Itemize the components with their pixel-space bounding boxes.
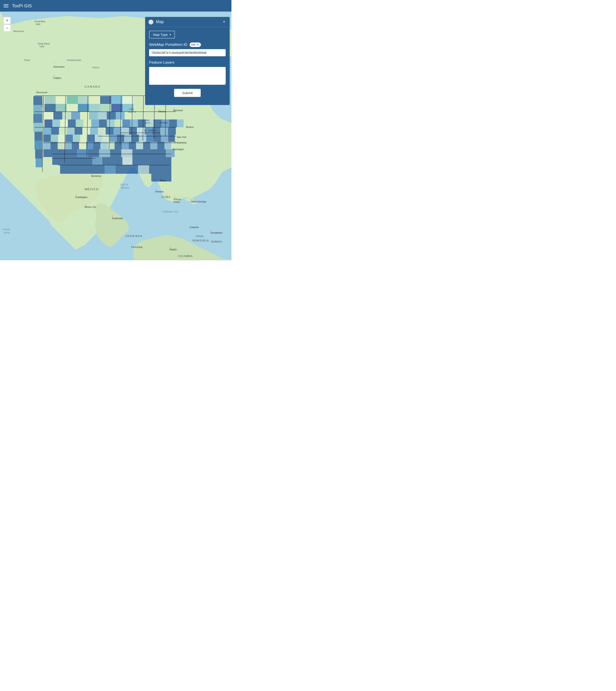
svg-text:Prince: Prince: [174, 201, 180, 203]
svg-rect-49: [123, 119, 130, 127]
svg-rect-35: [98, 112, 107, 119]
info-text: info: [191, 43, 196, 46]
svg-rect-75: [51, 135, 58, 142]
zoom-out-button[interactable]: −: [4, 24, 11, 31]
svg-rect-130: [132, 157, 142, 165]
svg-rect-14: [56, 96, 67, 104]
svg-rect-140: [127, 165, 138, 174]
hamburger-menu[interactable]: [4, 4, 8, 7]
svg-rect-67: [121, 127, 129, 135]
svg-rect-94: [58, 142, 65, 149]
svg-rect-118: [132, 149, 144, 157]
svg-rect-48: [115, 119, 123, 127]
svg-text:○: ○: [75, 194, 77, 196]
svg-rect-101: [108, 142, 115, 149]
svg-rect-104: [129, 142, 136, 149]
submit-button[interactable]: Submit: [174, 89, 201, 97]
svg-text:CUBA: CUBA: [161, 196, 171, 199]
svg-rect-127: [102, 157, 112, 165]
svg-rect-139: [116, 165, 127, 174]
svg-text:○: ○: [159, 119, 161, 121]
panel-title: Map: [156, 20, 219, 24]
svg-text:Great Bear: Great Bear: [35, 20, 46, 23]
svg-text:Pacific: Pacific: [3, 228, 10, 231]
svg-text:CANADA: CANADA: [85, 85, 101, 88]
svg-text:Caracas: Caracas: [190, 226, 199, 228]
svg-text:○: ○: [170, 246, 171, 248]
svg-rect-57: [43, 127, 51, 135]
svg-rect-18: [100, 96, 111, 104]
svg-rect-138: [105, 165, 116, 174]
panel-close-button[interactable]: ×: [221, 19, 226, 25]
svg-rect-91: [168, 135, 175, 142]
svg-text:Great Slave: Great Slave: [38, 43, 50, 45]
svg-text:Washington: Washington: [173, 148, 184, 151]
svg-text:○: ○: [160, 177, 161, 179]
svg-text:Havana: Havana: [155, 190, 164, 193]
map-container: Great Bear Lake Mackenzie Great Slave La…: [0, 12, 232, 260]
svg-rect-9: [35, 132, 42, 141]
svg-rect-15: [67, 96, 78, 104]
svg-rect-102: [115, 142, 122, 149]
svg-text:○: ○: [54, 61, 55, 64]
svg-text:ROCKY: ROCKY: [41, 98, 43, 107]
svg-rect-141: [138, 165, 149, 174]
svg-text:Miami: Miami: [160, 179, 166, 182]
map-type-button[interactable]: Map Type ▾: [149, 31, 175, 39]
svg-rect-135: [71, 165, 82, 174]
svg-rect-113: [77, 149, 88, 157]
svg-text:VENEZUELA: VENEZUELA: [192, 239, 209, 242]
svg-rect-63: [90, 127, 98, 135]
svg-text:Gulf of: Gulf of: [120, 183, 128, 186]
svg-text:Lake: Lake: [145, 119, 150, 121]
svg-rect-110: [43, 149, 54, 157]
svg-text:COLOMBIA: COLOMBIA: [178, 255, 193, 258]
svg-rect-88: [146, 135, 154, 142]
svg-text:Mexico: Mexico: [121, 186, 129, 189]
svg-rect-72: [160, 127, 168, 135]
svg-text:○: ○: [112, 215, 113, 217]
svg-rect-47: [107, 119, 115, 127]
svg-rect-105: [136, 142, 143, 149]
svg-text:Vancouver: Vancouver: [36, 91, 48, 94]
svg-text:ocean: ocean: [4, 231, 10, 234]
svg-text:○: ○: [174, 196, 176, 198]
svg-rect-114: [88, 149, 99, 157]
svg-rect-115: [99, 149, 110, 157]
svg-rect-108: [157, 142, 164, 149]
svg-text:Georgetown: Georgetown: [210, 231, 222, 234]
svg-text:○: ○: [53, 74, 55, 77]
svg-rect-22: [56, 104, 67, 112]
info-badge[interactable]: info ↻: [190, 43, 201, 47]
svg-text:Port-au-: Port-au-: [174, 198, 182, 201]
svg-rect-97: [79, 142, 86, 149]
svg-rect-133: [162, 157, 171, 165]
svg-rect-12: [36, 158, 42, 167]
svg-text:Monterrey: Monterrey: [91, 175, 101, 177]
dropdown-caret-icon: ▾: [170, 33, 171, 36]
svg-rect-40: [52, 119, 60, 127]
svg-rect-83: [109, 135, 117, 142]
feature-layers-label: Feature Layers: [149, 60, 226, 65]
navbar: ToxPi GIS: [0, 0, 232, 12]
svg-rect-93: [50, 142, 58, 149]
webmap-id-input[interactable]: [149, 49, 226, 56]
svg-rect-16: [78, 96, 89, 104]
svg-rect-17: [89, 96, 100, 104]
svg-rect-77: [65, 135, 73, 142]
svg-rect-117: [121, 149, 132, 157]
svg-rect-25: [89, 104, 100, 112]
svg-text:Bogota: Bogota: [170, 248, 177, 251]
svg-rect-60: [67, 127, 74, 135]
svg-text:Santo Domingo: Santo Domingo: [191, 200, 206, 203]
svg-rect-46: [99, 119, 107, 127]
svg-text:Toronto: Toronto: [159, 121, 168, 124]
svg-text:○: ○: [191, 198, 192, 201]
svg-text:○: ○: [211, 229, 212, 231]
feature-layers-input[interactable]: [149, 67, 226, 85]
svg-text:Orinoco: Orinoco: [196, 235, 204, 237]
refresh-icon: ↻: [197, 43, 199, 46]
svg-rect-87: [139, 135, 146, 142]
map-panel: ⚪ Map × Map Type ▾ WebMap PortalItem ID …: [145, 17, 230, 105]
zoom-in-button[interactable]: +: [4, 17, 11, 24]
